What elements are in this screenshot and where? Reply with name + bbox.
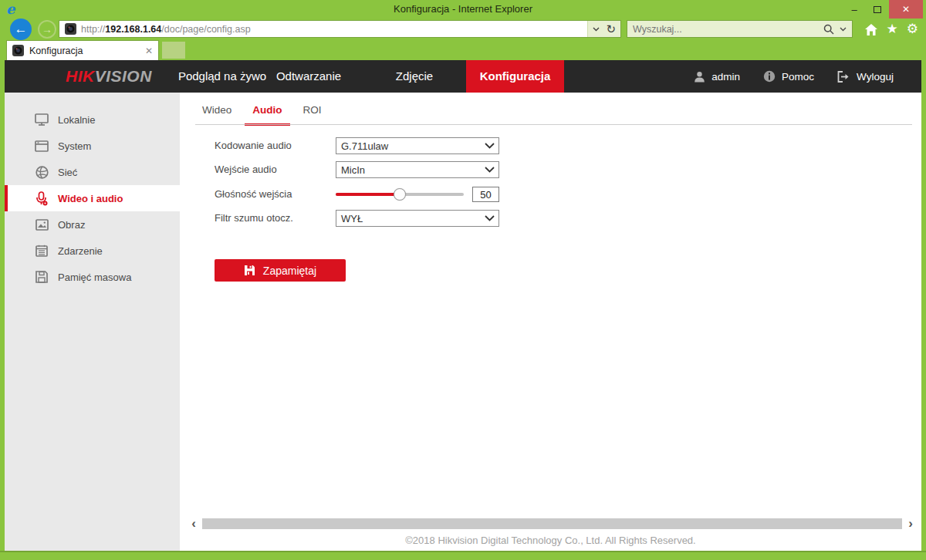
logout-label: Wyloguj: [857, 71, 894, 83]
audio-encoding-value: G.711ulaw: [341, 140, 388, 152]
address-bar[interactable]: http://192.168.1.64/doc/page/config.asp …: [59, 20, 621, 38]
volume-slider[interactable]: [336, 186, 464, 203]
url-text[interactable]: http://192.168.1.64/doc/page/config.asp: [81, 24, 587, 35]
noise-filter-value: WYŁ: [341, 213, 363, 224]
content-tabs: Wideo Audio ROI: [202, 104, 343, 126]
user-name: admin: [711, 71, 740, 83]
browser-window: e Konfiguracja - Internet Explorer – ✕ ←…: [0, 0, 926, 560]
sidebar-item-video-audio[interactable]: Wideo i audio: [5, 185, 180, 211]
horizontal-scrollbar: ‹ ›: [180, 517, 921, 530]
sidebar-item-network[interactable]: Sieć: [5, 159, 180, 185]
audio-input-label: Wejście audio: [215, 161, 330, 178]
info-icon: [763, 70, 776, 83]
tab-audio[interactable]: Audio: [245, 104, 289, 126]
tab-roi[interactable]: ROI: [303, 104, 322, 126]
help-label: Pomoc: [782, 71, 814, 83]
refresh-icon[interactable]: ↻: [606, 23, 616, 35]
sidebar-item-label: Sieć: [58, 167, 77, 178]
url-host: 192.168.1.64: [105, 24, 161, 35]
window-icon: [33, 140, 50, 152]
favorites-star-icon[interactable]: ★: [887, 21, 898, 38]
search-input[interactable]: [633, 24, 823, 35]
tab-divider: [195, 124, 912, 125]
search-dropdown-icon[interactable]: [840, 27, 847, 32]
audio-input-select[interactable]: MicIn: [336, 161, 499, 178]
save-floppy-icon: [244, 265, 255, 276]
browser-tab[interactable]: Konfiguracja ✕: [6, 40, 159, 60]
save-button[interactable]: Zapamiętaj: [215, 259, 346, 282]
volume-value-input[interactable]: [472, 187, 499, 202]
sidebar-item-label: Pamięć masowa: [58, 272, 131, 283]
storage-icon: [33, 271, 50, 283]
help-button[interactable]: Pomoc: [763, 70, 814, 83]
noise-filter-select[interactable]: WYŁ: [336, 210, 499, 227]
globe-icon: [33, 166, 50, 179]
logo-vision: VISION: [95, 67, 152, 85]
window-title: Konfiguracja - Internet Explorer: [0, 0, 926, 19]
sidebar-item-label: System: [58, 140, 91, 152]
sidebar-item-local[interactable]: Lokalnie: [5, 106, 180, 133]
user-menu[interactable]: admin: [694, 71, 740, 83]
forward-button[interactable]: →: [38, 20, 56, 39]
chevron-down-icon: [485, 143, 495, 149]
save-label: Zapamiętaj: [263, 265, 316, 277]
close-button[interactable]: ✕: [889, 0, 923, 19]
home-icon[interactable]: [864, 23, 878, 36]
slider-thumb[interactable]: [394, 188, 406, 201]
tab-wideo[interactable]: Wideo: [202, 104, 231, 126]
chevron-down-icon: [485, 167, 495, 173]
chevron-down-icon: [485, 215, 495, 221]
hikvision-logo: HIKVISION: [66, 60, 152, 93]
nav-playback[interactable]: Odtwarzanie: [251, 60, 367, 93]
back-button[interactable]: ←: [10, 19, 32, 40]
search-icon[interactable]: [823, 24, 834, 35]
image-icon: [33, 219, 50, 231]
audio-encoding-select[interactable]: G.711ulaw: [336, 137, 499, 154]
scroll-right-icon[interactable]: ›: [904, 518, 917, 529]
sidebar-item-image[interactable]: Obraz: [5, 211, 180, 238]
sidebar-item-label: Zdarzenie: [58, 245, 103, 257]
url-path: /doc/page/config.asp: [161, 24, 250, 35]
browser-toolbar: ← → http://192.168.1.64/doc/page/config.…: [0, 19, 926, 40]
user-icon: [694, 71, 705, 83]
nav-configuration[interactable]: Konfiguracja: [466, 60, 564, 93]
settings-gear-icon[interactable]: ⚙: [907, 21, 918, 38]
search-box[interactable]: [627, 20, 853, 38]
url-scheme: http://: [81, 24, 105, 35]
scrollbar-thumb[interactable]: [202, 518, 902, 529]
maximize-icon: [874, 6, 881, 13]
tab-strip: Konfiguracja ✕: [0, 40, 926, 60]
sidebar-item-label: Wideo i audio: [58, 193, 123, 204]
input-volume-label: Głośność wejścia: [215, 186, 330, 203]
camera-favicon: [65, 23, 76, 35]
new-tab-button[interactable]: [162, 42, 185, 59]
logout-button[interactable]: Wyloguj: [837, 71, 894, 83]
logout-icon: [837, 71, 850, 83]
copyright-footer: ©2018 Hikvision Digital Technology Co., …: [180, 535, 921, 546]
scroll-left-icon[interactable]: ‹: [188, 518, 200, 529]
main-panel: Wideo Audio ROI Kodowanie audio G.711ula…: [180, 93, 921, 551]
app-nav-bar: HIKVISION Podgląd na żywo Odtwarzanie Zd…: [5, 60, 921, 93]
tab-close-icon[interactable]: ✕: [145, 46, 153, 56]
audio-encoding-label: Kodowanie audio: [215, 137, 330, 154]
slider-fill: [336, 193, 400, 196]
minimize-button[interactable]: –: [843, 0, 866, 19]
maximize-button[interactable]: [866, 0, 889, 19]
sidebar: Lokalnie System Sieć Wideo i audio Obraz: [5, 93, 180, 551]
sidebar-item-system[interactable]: System: [5, 133, 180, 159]
sidebar-item-label: Obraz: [58, 219, 85, 231]
page-body: Lokalnie System Sieć Wideo i audio Obraz: [5, 93, 921, 551]
title-bar: e Konfiguracja - Internet Explorer – ✕: [0, 0, 926, 19]
camera-favicon: [12, 45, 24, 56]
nav-picture[interactable]: Zdjęcie: [360, 60, 468, 93]
microphone-icon: [33, 191, 50, 206]
logo-hik: HIK: [66, 67, 95, 85]
sidebar-item-event[interactable]: Zdarzenie: [5, 238, 180, 264]
noise-filter-label: Filtr szumu otocz.: [215, 210, 330, 227]
sidebar-item-label: Lokalnie: [58, 114, 95, 126]
tab-title: Konfiguracja: [29, 46, 145, 56]
address-dropdown-icon[interactable]: [593, 27, 600, 32]
calendar-icon: [33, 245, 50, 257]
monitor-icon: [33, 113, 50, 126]
sidebar-item-storage[interactable]: Pamięć masowa: [5, 264, 180, 290]
